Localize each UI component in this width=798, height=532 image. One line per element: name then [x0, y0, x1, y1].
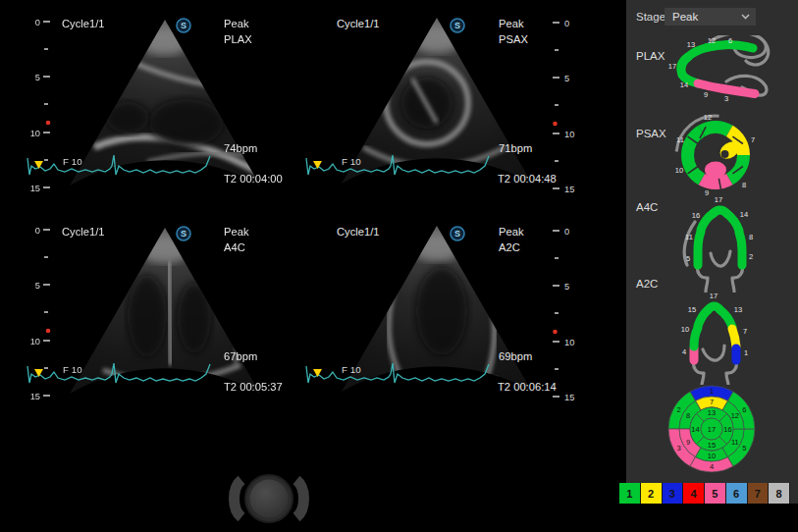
trackball-right-button — [296, 480, 304, 517]
bullseye-segment-number: 6 — [742, 405, 746, 414]
bullseye-segment-number: 3 — [677, 444, 681, 452]
ruler-label: 10 — [564, 130, 574, 139]
ruler-label: 10 — [564, 338, 574, 347]
stage-label: Peak — [224, 226, 249, 238]
ruler-ticks — [43, 230, 50, 396]
ruler-label: 0 — [35, 226, 40, 236]
bullseye-segment-number: 15 — [708, 441, 716, 450]
view-label: A2C — [499, 241, 520, 253]
psax-segment-diagram[interactable]: 12 7 8 9 10 11 — [667, 111, 775, 199]
stage-label: Peak — [499, 226, 524, 238]
svg-text:11: 11 — [685, 233, 693, 241]
trackball-ball-icon — [250, 480, 289, 518]
view-label: A4C — [224, 241, 245, 253]
view-label: PSAX — [499, 33, 528, 45]
segment[interactable] — [698, 232, 701, 250]
depth-ruler: 0 5 10 15 — [553, 19, 574, 194]
stage-dropdown-label: Stage — [636, 11, 665, 23]
svg-text:11: 11 — [676, 135, 684, 144]
segment-notch — [721, 150, 729, 158]
svg-text:13: 13 — [734, 305, 742, 314]
timestamp-label: T2 00:05:37 — [224, 381, 283, 393]
stage-label: Peak — [499, 18, 524, 29]
segment[interactable] — [739, 233, 742, 250]
trackball-left-button — [235, 480, 242, 517]
timestamp-label: T2 00:04:48 — [498, 173, 557, 185]
view-label: PLAX — [224, 33, 252, 45]
bullseye-segment-number: 1 — [710, 387, 714, 396]
svg-text:17: 17 — [710, 292, 718, 300]
heart-rate-label: 67bpm — [224, 350, 257, 362]
segment[interactable] — [688, 131, 702, 155]
heart-rate-label: 69bpm — [499, 350, 532, 362]
svg-text:2: 2 — [749, 252, 753, 261]
a4c-segment-diagram[interactable]: 5 11 16 17 14 8 2 — [675, 194, 783, 293]
svg-text:3: 3 — [724, 94, 728, 103]
timestamp-label: T2 00:06:14 — [498, 381, 557, 393]
svg-text:14: 14 — [740, 210, 748, 219]
cycle-label: Cycle1/1 — [62, 18, 105, 29]
bullseye-segment-number: 17 — [708, 425, 716, 434]
svg-text:1: 1 — [744, 348, 748, 357]
legend-score-button[interactable]: 7 — [748, 483, 770, 504]
plax-segment-diagram[interactable]: 6 12 13 17 14 9 3 — [667, 35, 785, 106]
bullseye-segment-number: 4 — [710, 462, 714, 471]
legend-score-button[interactable]: 3 — [663, 483, 684, 504]
segment[interactable] — [723, 89, 755, 94]
segment[interactable] — [727, 214, 739, 231]
sidebar-label-plax: PLAX — [636, 50, 665, 62]
trackball-indicator — [222, 473, 316, 524]
legend-score-button[interactable]: 8 — [769, 483, 790, 504]
segment[interactable] — [688, 155, 702, 180]
stage-dropdown-value: Peak — [665, 11, 698, 23]
segment[interactable] — [694, 328, 698, 346]
heart-rate-label: 71bpm — [499, 142, 532, 154]
svg-text:10: 10 — [675, 166, 683, 175]
ruler-label: 15 — [30, 392, 40, 401]
timestamp-label: T2 00:04:00 — [224, 173, 283, 185]
legend-score-button[interactable]: 4 — [683, 483, 705, 504]
quad-a2c[interactable]: S 0 5 10 15 Cycle1/1 Peak A2C 69bpm T2 0… — [304, 208, 609, 416]
ruler-label: 5 — [35, 281, 40, 291]
segment[interactable] — [720, 310, 732, 327]
svg-text:S: S — [181, 229, 186, 239]
svg-text:8: 8 — [749, 233, 753, 241]
stage-label: Peak — [224, 18, 249, 29]
focus-marker-icon — [553, 122, 558, 127]
scoring-sidebar: Stage Peak PLAX 6 12 13 17 14 — [626, 0, 798, 504]
svg-text:14: 14 — [680, 80, 688, 89]
ruler-label: 15 — [30, 184, 40, 193]
vendor-logo-icon: S — [177, 19, 190, 32]
legend-score-button[interactable]: 1 — [619, 483, 641, 504]
legend-score-button[interactable]: 2 — [641, 483, 663, 504]
focus-marker-icon — [46, 121, 51, 126]
quad-plax[interactable]: S 0 5 10 15 Cycle1/1 Peak PLAX 74bpm T2 … — [0, 0, 304, 208]
frequency-label: F 10 — [63, 156, 82, 167]
chevron-down-icon — [733, 14, 756, 20]
bullseye-segment-number: 12 — [731, 411, 739, 420]
ruler-label: 10 — [30, 337, 40, 346]
vendor-logo-icon: S — [451, 19, 464, 32]
segment[interactable] — [702, 180, 730, 184]
segment[interactable] — [732, 329, 736, 346]
ruler-label: 5 — [564, 74, 569, 83]
svg-text:12: 12 — [708, 36, 716, 45]
quad-a4c[interactable]: S 0 5 10 15 Cycle1/1 Peak A4C 67bpm T2 0… — [0, 208, 304, 416]
quad-psax[interactable]: S 0 5 10 15 Cycle1/1 Peak PSAX 71bpm T2 … — [304, 0, 609, 208]
focus-marker-icon — [553, 330, 558, 335]
svg-text:8: 8 — [742, 181, 746, 189]
vendor-logo-icon: S — [177, 227, 190, 240]
ruler-label: 15 — [564, 185, 574, 194]
bullseye-segment-number: 8 — [686, 411, 690, 420]
bullseye-segment-number: 7 — [710, 398, 714, 406]
ruler-label: 0 — [564, 19, 569, 28]
legend-score-button[interactable]: 5 — [705, 483, 726, 504]
a2c-segment-diagram[interactable]: 4 10 15 17 13 7 1 — [675, 291, 783, 385]
bullseye-plot[interactable]: 1234567891011121314151617 — [661, 378, 763, 480]
stage-dropdown[interactable]: Peak — [665, 8, 756, 26]
vendor-logo-icon: S — [451, 227, 464, 240]
ruler-label: 0 — [35, 18, 40, 27]
bullseye-segment-number: 14 — [691, 425, 699, 434]
legend-score-button[interactable]: 6 — [726, 483, 748, 504]
ruler-label: 5 — [35, 73, 40, 82]
